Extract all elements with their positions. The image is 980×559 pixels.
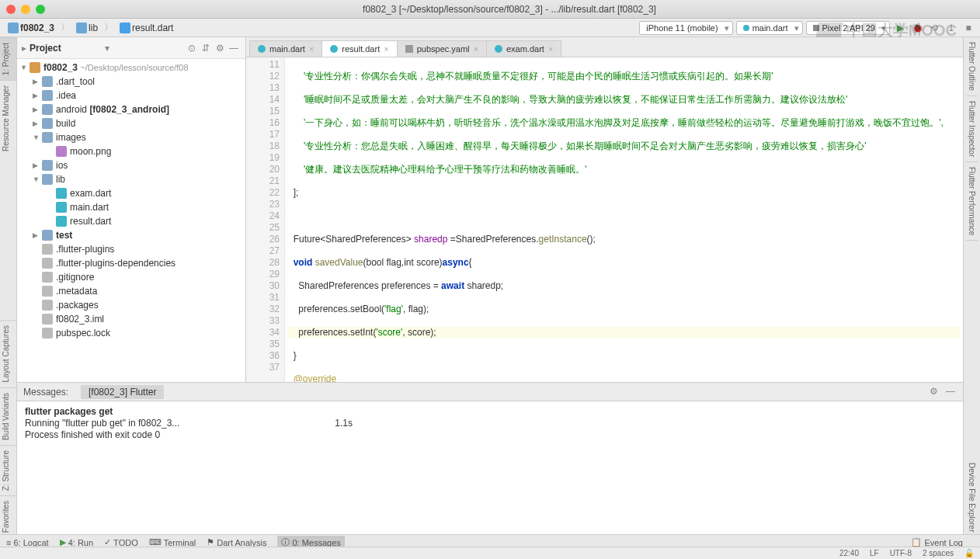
run-config-selector[interactable]: main.dart — [736, 21, 803, 35]
tree-dart-tool[interactable]: ▶.dart_tool — [17, 75, 245, 89]
maximize-window-icon[interactable] — [36, 5, 45, 14]
tree-moon[interactable]: moon.png — [17, 144, 245, 158]
dart-file-icon — [56, 188, 67, 199]
hide-icon[interactable]: — — [946, 386, 955, 397]
attach-icon[interactable]: ⤓ — [944, 21, 958, 35]
tree-gitignore[interactable]: .gitignore — [17, 270, 245, 284]
status-cursor-position[interactable]: 22:40 — [839, 549, 859, 557]
tool-flutter-inspector[interactable]: Flutter Inspector — [966, 96, 978, 162]
device-selector[interactable]: iPhone 11 (mobile) — [639, 21, 732, 35]
breadcrumb-folder[interactable]: lib — [73, 22, 101, 34]
tab-result[interactable]: result.dart× — [321, 40, 397, 57]
status-bar: 22:40 LF UTF-8 2 spaces 🔓 — [0, 547, 980, 559]
folder-icon — [42, 118, 53, 129]
tool-resource-manager[interactable]: Resource Manager — [0, 80, 16, 156]
project-panel-title[interactable]: Project — [30, 43, 105, 54]
hide-icon[interactable]: — — [227, 43, 241, 54]
tree-build[interactable]: ▶build — [17, 116, 245, 130]
tool-device-explorer[interactable]: Device File Explorer — [966, 458, 978, 537]
tree-exam[interactable]: exam.dart — [17, 186, 245, 200]
messages-panel: Messages: [f0802_3] Flutter ⚙ — flutter … — [17, 382, 963, 537]
file-icon — [42, 244, 53, 255]
tree-test[interactable]: ▶test — [17, 228, 245, 242]
folder-icon — [42, 76, 53, 87]
tab-main[interactable]: main.dart× — [249, 40, 322, 57]
file-icon — [42, 300, 53, 311]
folder-icon — [76, 23, 87, 33]
tool-build-variants[interactable]: Build Variants — [0, 387, 16, 445]
chevron-down-icon[interactable]: ▾ — [105, 43, 109, 54]
tool-captures[interactable]: Layout Captures — [0, 320, 16, 387]
console-line: Running "flutter pub get" in f0802_3...1… — [25, 418, 955, 429]
folder-icon — [42, 230, 53, 241]
file-icon — [42, 286, 53, 297]
tree-lib[interactable]: ▼lib — [17, 172, 245, 186]
file-icon — [42, 258, 53, 269]
tool-project[interactable]: 1: Project — [0, 37, 16, 80]
messages-body[interactable]: flutter packages get Running "flutter pu… — [17, 401, 963, 446]
file-icon — [42, 272, 53, 283]
tree-metadata[interactable]: .metadata — [17, 284, 245, 298]
gear-icon[interactable]: ⚙ — [213, 43, 227, 54]
minimize-window-icon[interactable] — [21, 5, 30, 14]
tree-images[interactable]: ▼images — [17, 130, 245, 144]
tree-idea[interactable]: ▶.idea — [17, 89, 245, 102]
tool-flutter-outline[interactable]: Flutter Outline — [966, 37, 978, 96]
dart-file-icon — [120, 23, 130, 33]
console-line: Process finished with exit code 0 — [25, 429, 955, 441]
tool-flutter-performance[interactable]: Flutter Performance — [966, 162, 978, 241]
tree-root[interactable]: ▼f0802_3 ~/Desktop/lesson/source/f08 — [17, 61, 245, 75]
tree-packages[interactable]: .packages — [17, 298, 245, 312]
hot-reload-icon[interactable]: ⟲ — [927, 21, 941, 35]
close-icon[interactable]: × — [384, 44, 388, 54]
tree-flutter-plugins[interactable]: .flutter-plugins — [17, 242, 245, 256]
close-icon[interactable]: × — [474, 44, 478, 54]
folder-icon — [42, 174, 53, 185]
folder-icon — [8, 23, 19, 33]
run-icon[interactable]: ▶ — [893, 21, 907, 35]
messages-header: Messages: [f0802_3] Flutter ⚙ — — [17, 383, 963, 401]
stop-icon[interactable]: ■ — [961, 21, 975, 35]
debug-icon[interactable]: 🐞 — [910, 21, 924, 35]
project-dropdown-icon[interactable]: ▸ — [22, 43, 26, 54]
tool-favorites[interactable]: Favorites — [0, 495, 16, 537]
status-lock-icon[interactable]: 🔓 — [964, 549, 974, 557]
tree-main[interactable]: main.dart — [17, 200, 245, 214]
close-icon[interactable]: × — [548, 44, 553, 54]
tree-android[interactable]: ▶android [f0802_3_android] — [17, 102, 245, 116]
messages-tab-flutter[interactable]: [f0802_3] Flutter — [81, 385, 164, 399]
tab-exam[interactable]: exam.dart× — [486, 40, 561, 57]
expand-icon[interactable]: ⇵ — [199, 43, 213, 54]
gear-icon[interactable]: ⚙ — [930, 386, 938, 397]
close-window-icon[interactable] — [6, 5, 16, 14]
dart-file-icon — [330, 45, 338, 53]
tree-iml[interactable]: f0802_3.iml — [17, 312, 245, 326]
file-icon — [42, 314, 53, 325]
tab-pubspec[interactable]: pubspec.yaml× — [397, 40, 487, 57]
folder-icon — [42, 90, 53, 101]
folder-icon — [42, 160, 53, 171]
traffic-lights — [6, 5, 45, 14]
close-icon[interactable]: × — [309, 44, 314, 54]
chevron-right-icon: 〉 — [104, 21, 113, 34]
tree-lock[interactable]: pubspec.lock — [17, 326, 245, 340]
tree-flutter-deps[interactable]: .flutter-plugins-dependencies — [17, 256, 245, 270]
status-line-ending[interactable]: LF — [870, 549, 879, 557]
tool-structure[interactable]: Z: Structure — [0, 445, 16, 495]
breadcrumb-project[interactable]: f0802_3 — [5, 22, 57, 34]
tree-result[interactable]: result.dart — [17, 214, 245, 228]
tree-ios[interactable]: ▶ios — [17, 158, 245, 172]
status-indent[interactable]: 2 spaces — [923, 549, 954, 557]
dart-file-icon — [56, 216, 67, 227]
bottom-logcat[interactable]: ≡6: Logcat — [6, 538, 49, 547]
left-tool-strip: 1: Project Resource Manager Layout Captu… — [0, 37, 17, 537]
breadcrumb-file[interactable]: result.dart — [116, 22, 176, 34]
avd-selector[interactable]: Pixel 2 API 29 — [806, 21, 891, 35]
breadcrumb-bar: f0802_3 〉 lib 〉 result.dart iPhone 11 (m… — [0, 19, 980, 37]
dart-file-icon — [56, 202, 67, 213]
target-icon[interactable]: ⊙ — [185, 43, 199, 54]
status-encoding[interactable]: UTF-8 — [890, 549, 912, 557]
chevron-right-icon: 〉 — [61, 21, 70, 34]
window-titlebar: f0802_3 [~/Desktop/lesson/source/f0802_3… — [0, 0, 980, 19]
file-icon — [42, 328, 53, 339]
